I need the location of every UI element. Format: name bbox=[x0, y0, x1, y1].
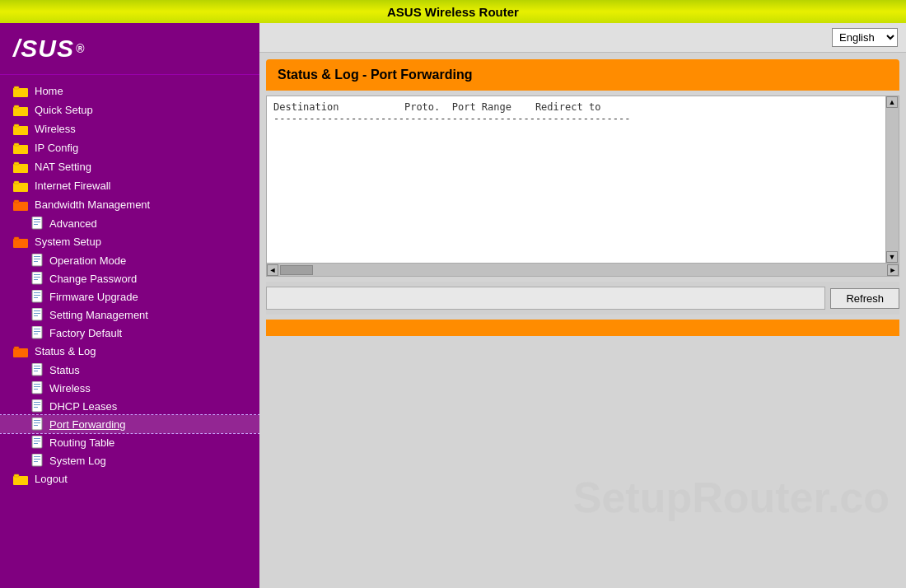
svg-rect-25 bbox=[32, 272, 42, 284]
logo-area: /SUS® bbox=[0, 23, 259, 75]
svg-rect-51 bbox=[32, 399, 42, 412]
sidebar-item-ip-config[interactable]: IP Config bbox=[0, 138, 259, 157]
sidebar-item-wireless-log[interactable]: Wireless bbox=[0, 379, 259, 397]
svg-rect-43 bbox=[32, 363, 42, 376]
svg-rect-34 bbox=[34, 310, 40, 311]
sidebar-label-setting-management: Setting Management bbox=[49, 309, 148, 321]
svg-rect-26 bbox=[34, 274, 40, 275]
svg-rect-15 bbox=[32, 217, 42, 229]
sidebar-item-status[interactable]: Status bbox=[0, 361, 259, 379]
svg-rect-41 bbox=[13, 348, 28, 357]
scroll-x-bar[interactable]: ◄ ► bbox=[267, 263, 899, 276]
language-bar: English Deutsch Français 中文 bbox=[259, 23, 906, 53]
scroll-x-thumb[interactable] bbox=[280, 265, 313, 275]
sidebar-item-advanced[interactable]: Advanced bbox=[0, 214, 259, 232]
svg-rect-54 bbox=[34, 407, 38, 408]
svg-rect-50 bbox=[34, 389, 38, 390]
sidebar-label-system-setup: System Setup bbox=[35, 236, 101, 248]
sidebar-label-factory-default: Factory Default bbox=[49, 327, 122, 339]
language-select[interactable]: English Deutsch Français 中文 bbox=[832, 28, 898, 47]
sidebar-label-home: Home bbox=[35, 85, 63, 97]
sidebar-label-port-forwarding: Port Forwarding bbox=[49, 418, 125, 431]
svg-rect-61 bbox=[34, 441, 40, 441]
page-icon bbox=[31, 399, 44, 413]
footer-bar bbox=[266, 320, 899, 336]
svg-rect-32 bbox=[34, 297, 38, 298]
svg-rect-30 bbox=[34, 292, 40, 293]
sidebar-label-quick-setup: Quick Setup bbox=[35, 104, 93, 116]
svg-rect-46 bbox=[34, 371, 38, 371]
sidebar-item-setting-management[interactable]: Setting Management bbox=[0, 306, 259, 324]
svg-rect-59 bbox=[32, 436, 42, 448]
sidebar-label-dhcp-leases: DHCP Leases bbox=[49, 400, 117, 413]
sidebar-label-nat-setting: NAT Setting bbox=[35, 161, 91, 173]
svg-rect-64 bbox=[34, 456, 40, 457]
sidebar-item-quick-setup[interactable]: Quick Setup bbox=[0, 100, 259, 119]
svg-rect-7 bbox=[13, 145, 28, 154]
sidebar-item-nat-setting[interactable]: NAT Setting bbox=[0, 157, 259, 176]
refresh-button[interactable]: Refresh bbox=[830, 288, 899, 309]
svg-rect-14 bbox=[14, 200, 19, 203]
sidebar-item-system-setup[interactable]: System Setup bbox=[0, 232, 259, 251]
sidebar-item-system-log[interactable]: System Log bbox=[0, 451, 259, 469]
sidebar-item-firmware-upgrade[interactable]: Firmware Upgrade bbox=[0, 287, 259, 306]
content-area: Status & Log - Port Forwarding ▲ ▼ ◄ ► bbox=[259, 53, 906, 588]
svg-rect-48 bbox=[34, 384, 40, 385]
sidebar-item-internet-firewall[interactable]: Internet Firewall bbox=[0, 176, 259, 195]
sidebar: /SUS® Home Quick Setup bbox=[0, 23, 259, 588]
sidebar-item-operation-mode[interactable]: Operation Mode bbox=[0, 251, 259, 269]
sidebar-item-change-password[interactable]: Change Password bbox=[0, 269, 259, 287]
svg-rect-4 bbox=[14, 105, 19, 108]
scroll-y[interactable]: ▲ ▼ bbox=[885, 96, 899, 263]
page-icon bbox=[31, 217, 44, 230]
svg-rect-44 bbox=[34, 366, 40, 366]
sidebar-label-wireless-log: Wireless bbox=[49, 382, 91, 394]
sidebar-label-status-log: Status & Log bbox=[35, 345, 96, 357]
svg-rect-67 bbox=[13, 476, 28, 485]
svg-rect-42 bbox=[14, 347, 19, 349]
scroll-down-arrow[interactable]: ▼ bbox=[886, 251, 898, 263]
page-icon bbox=[31, 381, 44, 394]
page-icon bbox=[31, 363, 44, 376]
svg-rect-35 bbox=[34, 313, 40, 314]
svg-rect-55 bbox=[32, 418, 42, 430]
folder-icon bbox=[13, 142, 28, 154]
folder-icon bbox=[13, 346, 28, 357]
svg-rect-45 bbox=[34, 368, 40, 369]
svg-rect-29 bbox=[32, 290, 42, 302]
svg-rect-22 bbox=[34, 256, 40, 257]
svg-rect-8 bbox=[14, 143, 19, 146]
sidebar-item-factory-default[interactable]: Factory Default bbox=[0, 324, 259, 342]
svg-rect-58 bbox=[34, 425, 38, 426]
scroll-left-arrow[interactable]: ◄ bbox=[267, 264, 278, 276]
svg-rect-56 bbox=[34, 420, 40, 421]
sidebar-item-status-log[interactable]: Status & Log bbox=[0, 342, 259, 361]
sidebar-label-logout: Logout bbox=[35, 473, 68, 485]
sidebar-item-home[interactable]: Home bbox=[0, 82, 259, 100]
svg-rect-18 bbox=[34, 224, 38, 225]
sidebar-label-system-log: System Log bbox=[49, 455, 106, 467]
sidebar-item-routing-table[interactable]: Routing Table bbox=[0, 433, 259, 451]
log-textarea[interactable] bbox=[267, 96, 899, 263]
log-filter-input[interactable] bbox=[266, 287, 825, 310]
nav-menu: Home Quick Setup Wireless bbox=[0, 75, 259, 495]
svg-rect-27 bbox=[34, 277, 40, 278]
sidebar-item-logout[interactable]: Logout bbox=[0, 469, 259, 488]
asus-logo: /SUS® bbox=[13, 35, 246, 63]
svg-rect-39 bbox=[34, 331, 40, 332]
page-icon bbox=[31, 326, 44, 339]
page-icon bbox=[31, 454, 44, 467]
sidebar-label-change-password: Change Password bbox=[49, 273, 137, 285]
page-icon bbox=[31, 290, 44, 303]
page-icon bbox=[31, 418, 44, 431]
svg-rect-10 bbox=[14, 162, 19, 165]
svg-rect-31 bbox=[34, 295, 40, 296]
sidebar-item-port-forwarding[interactable]: Port Forwarding bbox=[0, 415, 259, 433]
scroll-right-arrow[interactable]: ► bbox=[887, 264, 899, 276]
svg-rect-47 bbox=[32, 381, 42, 394]
sidebar-item-dhcp-leases[interactable]: DHCP Leases bbox=[0, 397, 259, 415]
sidebar-item-bandwidth-management[interactable]: Bandwidth Management bbox=[0, 195, 259, 214]
sidebar-item-wireless[interactable]: Wireless bbox=[0, 119, 259, 138]
scroll-up-arrow[interactable]: ▲ bbox=[886, 96, 898, 108]
svg-rect-68 bbox=[14, 474, 19, 477]
